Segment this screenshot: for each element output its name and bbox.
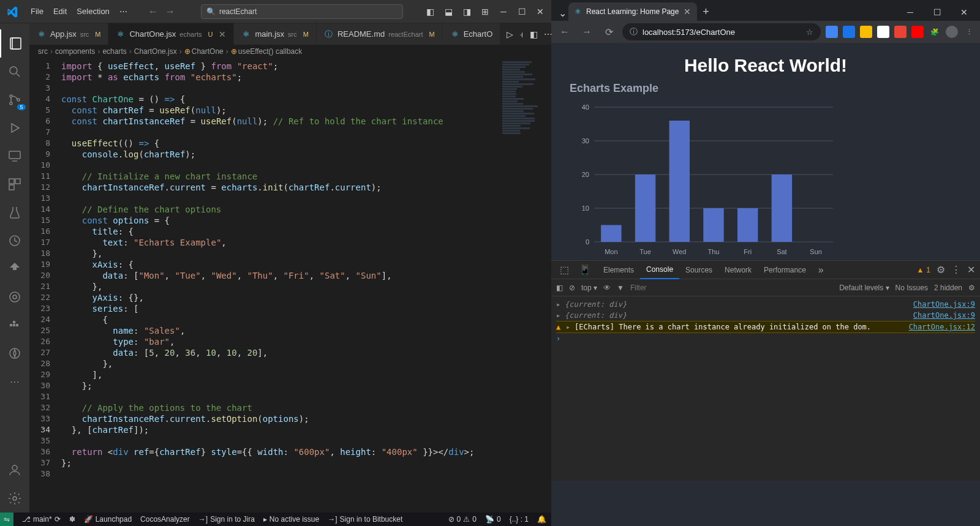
run-icon[interactable]: ▷ [507, 29, 513, 39]
breadcrumb-item[interactable]: src [38, 47, 48, 56]
code-content[interactable]: import { useEffect, useRef } from "react… [61, 61, 551, 513]
bookmark-icon[interactable]: ☆ [806, 28, 813, 37]
console-source-link[interactable]: ChartOne.jsx:12 [909, 323, 975, 331]
code-line[interactable]: }, [61, 281, 551, 292]
menu-selection[interactable]: Selection [72, 7, 114, 16]
code-line[interactable]: }, [chartRef]); [61, 424, 551, 435]
problems-indicator[interactable]: ⊘0 ⚠0 [448, 515, 477, 524]
cocos-button[interactable]: CocosAnalyzer [140, 515, 190, 524]
branch-indicator[interactable]: ⎇main*⟳ [22, 515, 61, 524]
devtools-tab-elements[interactable]: Elements [597, 261, 640, 279]
editor-tab[interactable]: ⚛ App.jsx src M [29, 23, 108, 45]
breadcrumb-item[interactable]: ⊕useEffect() callback [231, 47, 303, 56]
menu-edit[interactable]: Edit [48, 7, 72, 16]
code-line[interactable]: series: [ [61, 303, 551, 314]
filter-input[interactable] [630, 284, 833, 292]
minimap[interactable] [502, 61, 545, 135]
nav-forward-icon[interactable]: → [162, 6, 179, 17]
gear-icon[interactable] [0, 484, 29, 513]
profile-avatar-icon[interactable] [946, 26, 958, 38]
ext-icon-4[interactable] [877, 26, 889, 38]
search-tabs-icon[interactable]: ⌄ [556, 5, 568, 21]
docker-icon[interactable] [0, 311, 29, 339]
devtools-tab-console[interactable]: Console [640, 261, 679, 279]
code-line[interactable]: const ChartOne = () => { [61, 94, 551, 105]
explorer-icon[interactable] [0, 29, 29, 58]
brackets-indicator[interactable]: {..} : 1 [510, 515, 529, 524]
panel-right-icon[interactable]: ◨ [462, 7, 472, 17]
code-line[interactable]: data: [5, 20, 36, 10, 10, 20], [61, 347, 551, 358]
chart-bar[interactable] [772, 175, 792, 242]
context-selector[interactable]: top ▾ [581, 284, 597, 292]
editor-tab[interactable]: ⓘ README.md reactEchart M [317, 23, 443, 45]
close-window-icon[interactable]: ✕ [956, 4, 973, 21]
jira-icon[interactable] [0, 255, 29, 283]
console-input[interactable]: › [556, 333, 975, 344]
breadcrumb-item[interactable]: ⊕ChartOne [184, 47, 224, 56]
editor-tab[interactable]: ⚛ main.jsx src M [234, 23, 317, 45]
devtools-tab-sources[interactable]: Sources [679, 261, 718, 279]
jira-signin-button[interactable]: →]Sign in to Jira [198, 515, 255, 524]
breadcrumb-item[interactable]: ChartOne.jsx [134, 47, 177, 56]
code-line[interactable] [61, 160, 551, 171]
nav-back-icon[interactable]: ← [145, 6, 162, 17]
chart-bar[interactable] [737, 208, 758, 242]
inspect-icon[interactable]: ⬚ [556, 264, 573, 276]
browser-tab[interactable]: ⚛ React Learning: Home Page ✕ [568, 2, 697, 21]
activity-generic-2-icon[interactable] [0, 339, 29, 367]
git-graph-icon[interactable] [0, 227, 29, 255]
command-center-search[interactable]: 🔍 reactEchart [201, 4, 403, 19]
console-output[interactable]: ▸{current: div}ChartOne.jsx:9▸{current: … [551, 296, 980, 481]
expand-icon[interactable]: ▸ [556, 311, 565, 320]
code-line[interactable]: xAxis: { [61, 259, 551, 270]
maximize-window-icon[interactable]: ☐ [929, 4, 946, 21]
ext-icon-3[interactable] [860, 26, 872, 38]
console-settings-icon[interactable]: ⚙ [968, 284, 975, 292]
code-editor[interactable]: 1234567891011121314151617181920212223242… [29, 58, 551, 513]
code-line[interactable]: ], [61, 369, 551, 380]
chart-bar[interactable] [635, 175, 655, 242]
close-icon[interactable]: ✕ [535, 7, 545, 17]
reload-button-icon[interactable]: ⟳ [600, 23, 617, 40]
layout-icon[interactable]: ⊞ [480, 7, 490, 17]
code-line[interactable] [61, 435, 551, 446]
minimize-icon[interactable]: ─ [499, 7, 508, 17]
menu-more-icon[interactable]: ⋯ [115, 7, 132, 16]
devtools-tab-network[interactable]: Network [718, 261, 758, 279]
address-bar[interactable]: ⓘ localhost:5173/eChartOne ☆ [622, 23, 821, 40]
console-line[interactable]: ▸{current: div}ChartOne.jsx:9 [556, 299, 975, 310]
code-line[interactable]: // Apply the options to the chart [61, 402, 551, 413]
clear-console-icon[interactable]: ⊘ [569, 284, 575, 292]
run-debug-icon[interactable] [0, 114, 29, 142]
remote-button[interactable]: ⇋ [0, 513, 13, 526]
warning-badge[interactable]: ▲1 [916, 266, 930, 274]
panel-icon[interactable]: ◧ [530, 29, 538, 39]
ext-icon-6[interactable] [911, 26, 924, 38]
remote-explorer-icon[interactable] [0, 142, 29, 170]
chrome-menu-icon[interactable]: ⋮ [963, 26, 975, 38]
bell-icon[interactable]: 🔔 [537, 515, 546, 524]
devtools-settings-icon[interactable]: ⚙ [937, 264, 945, 276]
code-line[interactable]: title: { [61, 226, 551, 237]
expand-icon[interactable]: ▸ [556, 300, 565, 309]
code-line[interactable]: const options = { [61, 215, 551, 226]
panel-bottom-icon[interactable]: ⬓ [443, 7, 453, 17]
code-line[interactable]: // Initialize a new chart instance [61, 171, 551, 182]
code-line[interactable]: useEffect(() => { [61, 138, 551, 149]
devtools-close-icon[interactable]: ✕ [967, 264, 975, 276]
search-activity-icon[interactable] [0, 58, 29, 86]
code-line[interactable] [61, 127, 551, 138]
editor-tab[interactable]: ⚛ ChartOne.jsx echarts U ✕ [108, 23, 234, 45]
source-control-icon[interactable]: 5 [0, 86, 29, 114]
expand-icon[interactable]: ▸ [566, 323, 575, 331]
code-line[interactable]: type: "bar", [61, 336, 551, 347]
live-expr-icon[interactable]: 👁 [603, 284, 611, 292]
code-line[interactable]: }; [61, 457, 551, 468]
maximize-icon[interactable]: ☐ [517, 7, 527, 17]
code-line[interactable]: import * as echarts from "echarts"; [61, 72, 551, 83]
ports-indicator[interactable]: 📡0 [485, 515, 501, 524]
more-tabs-icon[interactable]: » [815, 265, 827, 276]
more-tab-icon[interactable]: ⋯ [544, 29, 551, 39]
chart-bar[interactable] [703, 208, 723, 242]
back-button-icon[interactable]: ← [556, 23, 573, 40]
